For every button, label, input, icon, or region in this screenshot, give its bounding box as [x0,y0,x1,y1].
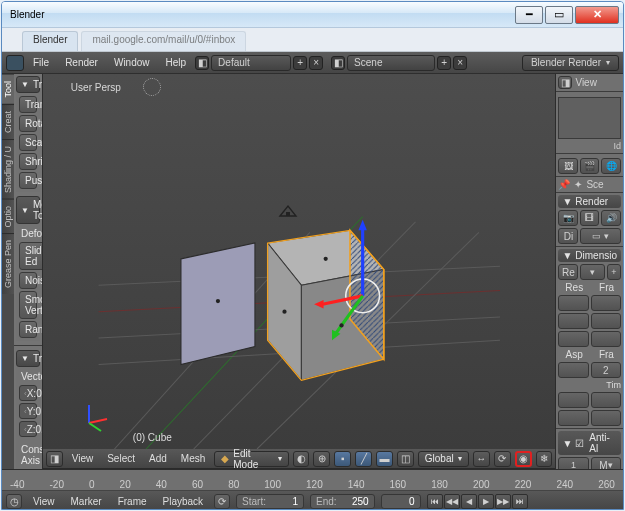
timeline-frame-menu[interactable]: Frame [113,495,152,508]
push-pull-button[interactable]: Push/Pull [19,172,37,189]
render-anim-button[interactable]: 🎞 [580,210,600,226]
preset-add-button[interactable]: + [607,264,621,280]
pin-icon[interactable]: 📌 [558,179,570,190]
rotate-button[interactable]: Rotate [19,115,37,132]
render-panel-header[interactable]: ▼Render [558,195,621,208]
randomize-button[interactable]: Randomize [19,321,37,338]
scene-browse-button[interactable]: ◧ [331,56,345,70]
res-x-field[interactable] [558,295,588,311]
timeline-marker-menu[interactable]: Marker [66,495,107,508]
mesh-menu[interactable]: Mesh [176,452,210,465]
border-checkbox[interactable] [558,392,588,408]
render-image-button[interactable]: 📷 [558,210,578,226]
display-mode-dropdown[interactable]: ▭ ▾ [580,228,621,244]
res-pct-field[interactable] [558,331,588,347]
jump-end-button[interactable]: ⏭ [512,494,528,509]
editor-type-icon[interactable]: ◨ [46,451,63,467]
frame-step-field[interactable] [591,331,621,347]
add-menu[interactable]: Add [144,452,172,465]
timeline-ruler[interactable]: -40-200204060801001201401601802002202402… [2,470,623,491]
preset-dropdown[interactable]: ▾ [580,264,605,280]
mode-dropdown[interactable]: ◆Edit Mode▾ [214,451,288,467]
crop-checkbox[interactable] [558,410,588,426]
time-remap-new-field[interactable] [591,410,621,426]
tool-tab-options[interactable]: Optio [2,199,14,234]
shading-dropdown-icon[interactable]: ◐ [293,451,310,467]
scale-button[interactable]: Scale [19,134,37,151]
noise-button[interactable]: Noise [19,272,37,289]
snap-icon[interactable]: ❄ [536,451,553,467]
scene-dropdown[interactable]: Scene [347,55,435,71]
browser-tab-blender[interactable]: Blender [22,31,78,51]
res-y-field[interactable] [558,313,588,329]
browser-tab-gmail[interactable]: mail.google.com/mail/u/0/#inbox [81,31,246,51]
maximize-button[interactable]: ▭ [545,6,573,24]
select-menu[interactable]: Select [102,452,140,465]
vertex-select-icon[interactable]: ▪ [334,451,351,467]
frame-end-field[interactable] [591,313,621,329]
layout-add-button[interactable]: + [293,56,307,70]
render-engine-dropdown[interactable]: Blender Render▾ [522,55,619,71]
render-audio-button[interactable]: 🔊 [601,210,621,226]
scene-del-button[interactable]: × [453,56,467,70]
play-button[interactable]: ▶ [478,494,494,509]
proportional-edit-icon[interactable]: ◉ [515,451,532,467]
play-reverse-button[interactable]: ◀ [461,494,477,509]
timeline-editor-type-icon[interactable]: ◷ [6,494,22,509]
operator-panel-header[interactable]: ▼Translate [16,350,40,367]
layout-prev-button[interactable]: ◧ [195,56,209,70]
layout-del-button[interactable]: × [309,56,323,70]
vector-x-field[interactable]: ‹X:0.000› [19,385,37,401]
orientation-dropdown[interactable]: Global▾ [418,451,469,467]
aa-samples-field[interactable]: 1 [558,457,588,469]
manipulator-translate-icon[interactable]: ↔ [473,451,490,467]
smooth-vertex-button[interactable]: Smooth Vertex [19,291,37,319]
tool-tab-tool[interactable]: Tool [2,74,14,104]
context-scene-icon[interactable]: 🎬 [580,158,600,174]
properties-editor-type-icon[interactable]: ◨ [558,76,572,89]
mesh-tools-panel-header[interactable]: ▼Mesh Tools [16,196,40,224]
slide-edge-button[interactable]: Slide Ed [19,242,43,270]
vector-z-field[interactable]: ‹Z:0.015› [19,421,37,437]
tool-tab-create[interactable]: Creat [2,104,14,139]
antialias-panel-header[interactable]: ▼☑Anti-Al [558,431,621,455]
start-frame-field[interactable]: Start:1 [236,494,304,509]
fps-field[interactable]: 2 [591,362,621,378]
dimensions-panel-header[interactable]: ▼Dimensio [558,249,621,262]
menu-file[interactable]: File [26,55,56,70]
menu-render[interactable]: Render [58,55,105,70]
keyframe-prev-button[interactable]: ◀◀ [444,494,460,509]
menu-window[interactable]: Window [107,55,157,70]
face-select-icon[interactable]: ▬ [376,451,393,467]
time-remap-field[interactable] [591,392,621,408]
aspect-x-field[interactable] [558,362,588,378]
jump-start-button[interactable]: ⏮ [427,494,443,509]
screen-layout-dropdown[interactable]: Default [211,55,291,71]
view-menu[interactable]: View [67,452,99,465]
shrink-fatten-button[interactable]: Shrink/Fatten [19,153,37,170]
edge-select-icon[interactable]: ╱ [355,451,372,467]
tool-tab-grease-pencil[interactable]: Grease Pen [2,233,14,294]
tool-tab-shading[interactable]: Shading / U [2,139,14,199]
3d-viewport[interactable]: User Persp (0) Cube [43,74,556,449]
timeline-view-menu[interactable]: View [28,495,60,508]
vector-y-field[interactable]: ‹Y:0.000› [19,403,37,419]
translate-button[interactable]: Translate [19,96,37,113]
limit-selection-icon[interactable]: ◫ [397,451,414,467]
manipulator-rotate-icon[interactable]: ⟳ [494,451,511,467]
timeline-range-icon[interactable]: ⟳ [214,494,230,509]
keyframe-next-button[interactable]: ▶▶ [495,494,511,509]
frame-start-field[interactable] [591,295,621,311]
scene-add-button[interactable]: + [437,56,451,70]
context-render-icon[interactable]: 🖼 [558,158,578,174]
minimize-button[interactable]: ━ [515,6,543,24]
timeline-playback-menu[interactable]: Playback [158,495,209,508]
context-world-icon[interactable]: 🌐 [601,158,621,174]
menu-help[interactable]: Help [159,55,194,70]
transform-panel-header[interactable]: ▼Transform [16,76,40,93]
pivot-dropdown-icon[interactable]: ⊕ [313,451,330,467]
close-button[interactable]: ✕ [575,6,619,24]
current-frame-field[interactable]: 0 [381,494,421,509]
end-frame-field[interactable]: End:250 [310,494,375,509]
aa-filter-dropdown[interactable]: M▾ [591,457,621,469]
